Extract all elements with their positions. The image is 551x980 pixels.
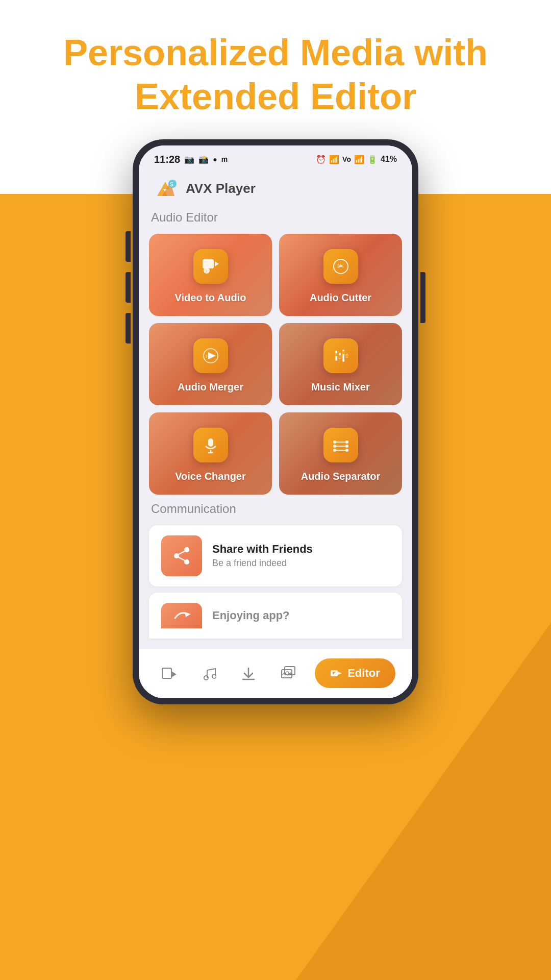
svg-point-43 — [212, 674, 216, 678]
status-dot-icon: ● — [213, 155, 217, 163]
audio-cutter-icon: ✂ ♪ — [323, 249, 358, 284]
feature-grid: ♪ Video to Audio ✂ ♪ — [149, 234, 402, 495]
status-camera-icon: 📷 — [184, 155, 194, 164]
status-wifi-icon: 📶 — [329, 155, 339, 164]
feature-card-voice-changer[interactable]: Voice Changer — [149, 412, 272, 495]
voice-changer-label: Voice Changer — [175, 471, 246, 482]
svg-marker-5 — [215, 261, 219, 266]
status-time: 11:28 — [154, 154, 180, 165]
svg-rect-22 — [208, 438, 213, 447]
share-friends-text: Share with Friends Be a friend indeed — [212, 543, 390, 569]
status-alarm-icon: ⏰ — [316, 155, 326, 164]
svg-point-34 — [184, 547, 189, 552]
nav-video[interactable] — [156, 664, 183, 683]
nav-gallery[interactable] — [275, 663, 302, 683]
audio-separator-label: Audio Separator — [301, 471, 381, 482]
share-friends-icon-box — [161, 535, 202, 576]
svg-text:S: S — [170, 182, 173, 187]
bottom-nav: Editor — [139, 649, 412, 698]
svg-marker-39 — [185, 612, 191, 617]
page-title-area: Personalized Media with Extended Editor — [0, 0, 551, 139]
status-m-icon: m — [221, 155, 228, 163]
svg-rect-4 — [203, 259, 214, 268]
page-title-line1: Personalized Media with — [63, 32, 488, 73]
svg-rect-48 — [331, 670, 338, 676]
svg-point-31 — [345, 440, 348, 444]
svg-point-32 — [345, 445, 348, 448]
svg-marker-41 — [171, 671, 177, 677]
share-friends-subtitle: Be a friend indeed — [212, 558, 390, 569]
share-friends-card[interactable]: Share with Friends Be a friend indeed — [149, 525, 402, 586]
svg-text:♪: ♪ — [205, 268, 208, 274]
status-instagram-icon: 📸 — [198, 155, 209, 164]
audio-cutter-label: Audio Cutter — [310, 292, 371, 304]
feature-card-audio-separator[interactable]: Audio Separator — [279, 412, 402, 495]
feature-card-audio-merger[interactable]: ♪ Audio Merger — [149, 323, 272, 405]
svg-point-33 — [345, 449, 348, 452]
svg-point-19 — [338, 355, 341, 358]
phone-screen: 11:28 📷 📸 ● m ⏰ 📶 Vo 📶 🔋 41% — [139, 145, 412, 698]
svg-point-20 — [342, 351, 345, 354]
editor-button-label: Editor — [347, 667, 380, 680]
svg-rect-40 — [162, 668, 171, 678]
page-title-line2: Extended Editor — [135, 76, 416, 117]
phone-mockup: 11:28 📷 📸 ● m ⏰ 📶 Vo 📶 🔋 41% — [0, 139, 551, 704]
share-friends-title: Share with Friends — [212, 543, 390, 556]
app-header: S AVX Player — [139, 169, 412, 210]
nav-editor-button[interactable]: Editor — [315, 658, 395, 688]
status-battery-pct: 41% — [381, 155, 397, 164]
svg-point-36 — [184, 559, 189, 565]
nav-download[interactable] — [236, 663, 261, 683]
audio-merger-icon: ♪ — [193, 338, 228, 373]
svg-marker-49 — [338, 672, 342, 675]
enjoying-app-card[interactable]: Enjoying app? — [149, 593, 402, 639]
audio-separator-icon — [323, 428, 358, 462]
svg-point-18 — [335, 353, 338, 356]
page-title: Personalized Media with Extended Editor — [41, 31, 510, 119]
svg-text:♪: ♪ — [205, 353, 208, 359]
enjoying-app-icon — [161, 603, 202, 628]
svg-text:♪: ♪ — [339, 262, 342, 269]
svg-point-42 — [204, 676, 208, 680]
svg-line-37 — [179, 551, 185, 554]
app-name-label: AVX Player — [186, 181, 256, 197]
svg-line-38 — [179, 557, 185, 560]
communication-section: Communication — [149, 502, 402, 639]
svg-marker-12 — [208, 352, 216, 359]
enjoying-app-text: Enjoying app? — [212, 609, 390, 622]
svg-point-27 — [333, 449, 336, 452]
svg-point-26 — [333, 445, 336, 448]
feature-card-audio-cutter[interactable]: ✂ ♪ Audio Cutter — [279, 234, 402, 316]
music-mixer-label: Music Mixer — [311, 381, 369, 393]
status-bar-left: 11:28 📷 📸 ● m — [154, 154, 228, 165]
audio-editor-section-title: Audio Editor — [149, 210, 402, 225]
feature-card-music-mixer[interactable]: Music Mixer — [279, 323, 402, 405]
status-battery-icon: 🔋 — [367, 155, 378, 164]
enjoying-app-title: Enjoying app? — [212, 609, 390, 622]
music-mixer-icon — [323, 338, 358, 373]
phone-outer: 11:28 📷 📸 ● m ⏰ 📶 Vo 📶 🔋 41% — [133, 139, 418, 704]
status-bars-icon: 📶 — [354, 155, 364, 164]
app-content: Audio Editor ♪ Video to Audio — [139, 210, 412, 649]
feature-card-video-to-audio[interactable]: ♪ Video to Audio — [149, 234, 272, 316]
app-logo-icon: S — [153, 178, 179, 200]
video-to-audio-icon: ♪ — [193, 249, 228, 284]
nav-music[interactable] — [197, 663, 222, 683]
communication-section-title: Communication — [149, 502, 402, 516]
status-bar: 11:28 📷 📸 ● m ⏰ 📶 Vo 📶 🔋 41% — [139, 145, 412, 169]
video-to-audio-label: Video to Audio — [175, 292, 246, 304]
svg-point-21 — [345, 354, 348, 357]
status-bar-right: ⏰ 📶 Vo 📶 🔋 41% — [316, 155, 397, 164]
svg-point-35 — [174, 553, 179, 558]
svg-point-25 — [333, 440, 336, 444]
audio-merger-label: Audio Merger — [178, 381, 243, 393]
status-signal-icon: Vo — [342, 155, 351, 163]
voice-changer-icon — [193, 428, 228, 462]
